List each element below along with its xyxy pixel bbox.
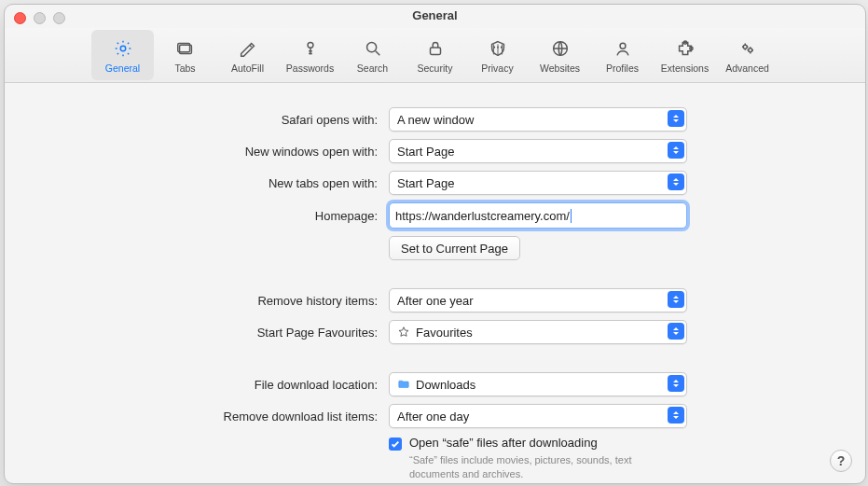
toolbar-label: AutoFill [231, 62, 264, 74]
security-icon [423, 36, 448, 61]
preferences-window: General GeneralTabsAutoFillPasswordsSear… [4, 4, 866, 484]
open-safe-label: Open “safe” files after downloading [409, 436, 661, 450]
stepper-arrows-icon [668, 174, 684, 190]
popup-value: Downloads [416, 378, 475, 392]
toolbar-label: Advanced [725, 62, 769, 74]
popup-download-location[interactable]: Downloads [389, 372, 687, 396]
general-pane: Safari opens with: A new window New wind… [5, 83, 865, 483]
label-download-location: File download location: [5, 378, 378, 392]
label-homepage: Homepage: [5, 209, 378, 223]
popup-value: Start Page [397, 145, 454, 159]
homepage-value: https://wanderlustcreamery.com/ [395, 209, 570, 223]
help-button[interactable]: ? [830, 450, 852, 472]
label-new-windows: New windows open with: [5, 145, 378, 159]
popup-value: A new window [397, 113, 474, 127]
svg-point-3 [308, 42, 313, 48]
folder-icon [397, 378, 410, 391]
toolbar-label: Passwords [286, 62, 334, 74]
popup-favourites[interactable]: Favourites [389, 320, 687, 344]
homepage-field[interactable]: https://wanderlustcreamery.com/ [389, 202, 687, 229]
label-favourites: Start Page Favourites: [5, 326, 378, 340]
svg-point-7 [620, 43, 626, 49]
open-safe-subtext: “Safe” files include movies, pictures, s… [409, 453, 661, 481]
toolbar-label: Search [357, 62, 388, 74]
toolbar-tabs[interactable]: Tabs [154, 30, 216, 80]
popup-value: After one year [397, 294, 474, 308]
label-new-tabs: New tabs open with: [5, 176, 378, 190]
stepper-arrows-icon [668, 323, 684, 340]
toolbar-websites[interactable]: Websites [529, 30, 591, 80]
popup-value: Start Page [397, 176, 454, 190]
svg-point-10 [743, 45, 747, 49]
label-remove-history: Remove history items: [5, 294, 378, 308]
preferences-toolbar: GeneralTabsAutoFillPasswordsSearchSecuri… [5, 28, 865, 83]
star-icon [397, 326, 410, 339]
search-icon [361, 36, 385, 61]
svg-point-11 [748, 49, 751, 52]
toolbar-extensions[interactable]: Extensions [654, 30, 716, 80]
toolbar-security[interactable]: Security [404, 30, 466, 80]
toolbar-label: Privacy [481, 62, 513, 74]
toolbar-label: Tabs [174, 62, 195, 74]
extensions-icon [673, 36, 697, 61]
popup-opens-with[interactable]: A new window [389, 107, 687, 132]
text-caret [571, 209, 572, 223]
stepper-arrows-icon [668, 110, 684, 127]
svg-rect-5 [430, 48, 440, 54]
privacy-icon [486, 36, 510, 61]
profiles-icon [611, 36, 635, 61]
popup-new-windows[interactable]: Start Page [389, 139, 687, 163]
svg-point-4 [366, 43, 376, 52]
autofill-icon [236, 36, 260, 61]
popup-value: After one day [397, 410, 469, 424]
toolbar-label: Security [418, 62, 453, 74]
popup-remove-history[interactable]: After one year [389, 288, 687, 312]
toolbar-label: Websites [540, 62, 580, 74]
toolbar-profiles[interactable]: Profiles [591, 30, 654, 80]
toolbar-general[interactable]: General [91, 30, 154, 80]
popup-remove-downloads[interactable]: After one day [389, 404, 687, 428]
stepper-arrows-icon [668, 375, 684, 392]
window-title: General [5, 8, 865, 22]
popup-new-tabs[interactable]: Start Page [389, 171, 687, 195]
stepper-arrows-icon [668, 407, 684, 424]
passwords-icon [298, 36, 323, 61]
open-safe-text-block: Open “safe” files after downloading “Saf… [409, 436, 661, 481]
toolbar-passwords[interactable]: Passwords [279, 30, 341, 80]
toolbar-label: Extensions [661, 62, 709, 74]
toolbar-autofill[interactable]: AutoFill [216, 30, 279, 80]
toolbar-privacy[interactable]: Privacy [466, 30, 529, 80]
toolbar-label: Profiles [606, 62, 639, 74]
open-safe-checkbox[interactable] [389, 437, 402, 451]
toolbar-advanced[interactable]: Advanced [716, 30, 778, 80]
toolbar-search[interactable]: Search [341, 30, 404, 80]
stepper-arrows-icon [668, 291, 684, 308]
advanced-icon [736, 36, 760, 61]
popup-value: Favourites [416, 326, 473, 340]
general-icon [111, 36, 135, 61]
label-remove-downloads: Remove download list items: [5, 410, 378, 424]
stepper-arrows-icon [668, 142, 684, 159]
set-to-current-page-button[interactable]: Set to Current Page [389, 236, 520, 260]
tabs-icon [173, 36, 198, 61]
label-opens-with: Safari opens with: [5, 113, 378, 127]
svg-point-0 [120, 46, 126, 51]
websites-icon [548, 36, 572, 61]
titlebar: General [5, 5, 865, 28]
toolbar-label: General [105, 62, 140, 74]
